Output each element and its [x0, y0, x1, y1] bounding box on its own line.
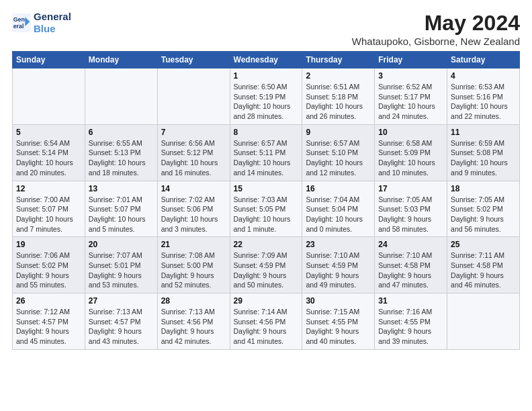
day-info: Sunrise: 7:04 AM Sunset: 5:04 PM Dayligh…: [306, 195, 371, 234]
logo: Gen- eral General Blue: [12, 11, 71, 35]
calendar-cell: 10Sunrise: 6:58 AM Sunset: 5:09 PM Dayli…: [375, 124, 447, 181]
calendar-cell: 21Sunrise: 7:08 AM Sunset: 5:00 PM Dayli…: [157, 237, 230, 293]
week-row-4: 19Sunrise: 7:06 AM Sunset: 5:02 PM Dayli…: [13, 237, 520, 293]
day-number: 2: [306, 71, 371, 81]
calendar-cell: 25Sunrise: 7:11 AM Sunset: 4:58 PM Dayli…: [447, 237, 520, 293]
day-info: Sunrise: 7:08 AM Sunset: 5:00 PM Dayligh…: [161, 250, 226, 290]
calendar-cell: 17Sunrise: 7:05 AM Sunset: 5:03 PM Dayli…: [375, 181, 447, 237]
calendar-table: SundayMondayTuesdayWednesdayThursdayFrid…: [12, 51, 520, 350]
svg-text:eral: eral: [13, 23, 24, 30]
day-info: Sunrise: 7:07 AM Sunset: 5:01 PM Dayligh…: [89, 250, 154, 290]
logo-line1: General: [34, 11, 71, 23]
day-header-wednesday: Wednesday: [230, 52, 302, 68]
calendar-cell: 15Sunrise: 7:03 AM Sunset: 5:05 PM Dayli…: [230, 181, 302, 237]
calendar-cell: 2Sunrise: 6:51 AM Sunset: 5:18 PM Daylig…: [302, 68, 375, 125]
calendar-cell: 4Sunrise: 6:53 AM Sunset: 5:16 PM Daylig…: [447, 68, 520, 125]
calendar-cell: 8Sunrise: 6:57 AM Sunset: 5:11 PM Daylig…: [230, 124, 302, 181]
day-info: Sunrise: 7:15 AM Sunset: 4:55 PM Dayligh…: [306, 307, 371, 347]
day-number: 16: [306, 184, 371, 193]
calendar-cell: 30Sunrise: 7:15 AM Sunset: 4:55 PM Dayli…: [302, 293, 375, 350]
header-row: SundayMondayTuesdayWednesdayThursdayFrid…: [13, 52, 520, 68]
day-info: Sunrise: 7:14 AM Sunset: 4:56 PM Dayligh…: [234, 307, 299, 347]
calendar-cell: 20Sunrise: 7:07 AM Sunset: 5:01 PM Dayli…: [85, 237, 157, 293]
calendar-cell: 1Sunrise: 6:50 AM Sunset: 5:19 PM Daylig…: [230, 68, 302, 125]
calendar-cell: 29Sunrise: 7:14 AM Sunset: 4:56 PM Dayli…: [230, 293, 302, 350]
week-row-2: 5Sunrise: 6:54 AM Sunset: 5:14 PM Daylig…: [13, 124, 520, 181]
calendar-cell: 14Sunrise: 7:02 AM Sunset: 5:06 PM Dayli…: [157, 181, 230, 237]
day-info: Sunrise: 7:13 AM Sunset: 4:56 PM Dayligh…: [161, 307, 226, 347]
day-info: Sunrise: 7:10 AM Sunset: 4:59 PM Dayligh…: [306, 250, 371, 290]
calendar-cell: 19Sunrise: 7:06 AM Sunset: 5:02 PM Dayli…: [13, 237, 85, 293]
day-info: Sunrise: 7:05 AM Sunset: 5:03 PM Dayligh…: [378, 195, 443, 234]
week-row-1: 1Sunrise: 6:50 AM Sunset: 5:19 PM Daylig…: [13, 68, 520, 125]
day-header-friday: Friday: [375, 52, 447, 68]
week-row-5: 26Sunrise: 7:12 AM Sunset: 4:57 PM Dayli…: [13, 293, 520, 350]
day-number: 21: [161, 240, 226, 249]
day-number: 23: [306, 240, 371, 249]
calendar-cell: 16Sunrise: 7:04 AM Sunset: 5:04 PM Dayli…: [302, 181, 375, 237]
day-info: Sunrise: 7:10 AM Sunset: 4:58 PM Dayligh…: [378, 250, 443, 290]
day-number: 20: [89, 240, 154, 249]
day-info: Sunrise: 6:50 AM Sunset: 5:19 PM Dayligh…: [234, 82, 299, 122]
logo-text: General Blue: [34, 11, 71, 35]
day-number: 13: [89, 184, 154, 193]
day-number: 25: [451, 240, 516, 249]
calendar-cell: 27Sunrise: 7:13 AM Sunset: 4:57 PM Dayli…: [85, 293, 157, 350]
day-info: Sunrise: 6:57 AM Sunset: 5:10 PM Dayligh…: [306, 138, 371, 178]
calendar-cell: 26Sunrise: 7:12 AM Sunset: 4:57 PM Dayli…: [13, 293, 85, 350]
day-number: 10: [378, 128, 443, 137]
day-number: 3: [378, 71, 443, 81]
day-number: 7: [161, 128, 226, 137]
main-title: May 2024: [352, 11, 520, 36]
day-number: 29: [234, 296, 299, 306]
day-number: 19: [16, 240, 81, 249]
day-number: 9: [306, 128, 371, 137]
day-info: Sunrise: 7:16 AM Sunset: 4:55 PM Dayligh…: [378, 307, 443, 347]
calendar-cell: 5Sunrise: 6:54 AM Sunset: 5:14 PM Daylig…: [13, 124, 85, 181]
day-header-thursday: Thursday: [302, 52, 375, 68]
day-info: Sunrise: 6:59 AM Sunset: 5:08 PM Dayligh…: [451, 138, 516, 178]
day-info: Sunrise: 6:51 AM Sunset: 5:18 PM Dayligh…: [306, 82, 371, 122]
day-info: Sunrise: 6:52 AM Sunset: 5:17 PM Dayligh…: [378, 82, 443, 122]
calendar-cell: 31Sunrise: 7:16 AM Sunset: 4:55 PM Dayli…: [375, 293, 447, 350]
day-info: Sunrise: 7:01 AM Sunset: 5:07 PM Dayligh…: [89, 195, 154, 234]
day-number: 28: [161, 296, 226, 306]
day-info: Sunrise: 6:56 AM Sunset: 5:12 PM Dayligh…: [161, 138, 226, 178]
day-number: 14: [161, 184, 226, 193]
day-header-tuesday: Tuesday: [157, 52, 230, 68]
day-number: 11: [451, 128, 516, 137]
day-info: Sunrise: 7:02 AM Sunset: 5:06 PM Dayligh…: [161, 195, 226, 234]
calendar-cell: [13, 68, 85, 125]
calendar-cell: 18Sunrise: 7:05 AM Sunset: 5:02 PM Dayli…: [447, 181, 520, 237]
svg-text:Gen-: Gen-: [13, 16, 27, 23]
day-number: 5: [16, 128, 81, 137]
logo-line2: Blue: [34, 23, 56, 34]
day-info: Sunrise: 7:05 AM Sunset: 5:02 PM Dayligh…: [451, 195, 516, 234]
day-number: 8: [234, 128, 299, 137]
calendar-cell: [85, 68, 157, 125]
day-number: 6: [89, 128, 154, 137]
calendar-cell: 6Sunrise: 6:55 AM Sunset: 5:13 PM Daylig…: [85, 124, 157, 181]
day-info: Sunrise: 7:06 AM Sunset: 5:02 PM Dayligh…: [16, 250, 81, 290]
calendar-cell: 13Sunrise: 7:01 AM Sunset: 5:07 PM Dayli…: [85, 181, 157, 237]
calendar-cell: 28Sunrise: 7:13 AM Sunset: 4:56 PM Dayli…: [157, 293, 230, 350]
day-number: 27: [89, 296, 154, 306]
day-number: 22: [234, 240, 299, 249]
header: Gen- eral General Blue May 2024 Whataupo…: [12, 11, 520, 47]
day-number: 26: [16, 296, 81, 306]
calendar-cell: 3Sunrise: 6:52 AM Sunset: 5:17 PM Daylig…: [375, 68, 447, 125]
day-number: 30: [306, 296, 371, 306]
day-info: Sunrise: 6:58 AM Sunset: 5:09 PM Dayligh…: [378, 138, 443, 178]
title-block: May 2024 Whataupoko, Gisborne, New Zeala…: [352, 11, 520, 47]
subtitle: Whataupoko, Gisborne, New Zealand: [352, 36, 520, 47]
day-number: 31: [378, 296, 443, 306]
calendar-cell: 7Sunrise: 6:56 AM Sunset: 5:12 PM Daylig…: [157, 124, 230, 181]
day-number: 12: [16, 184, 81, 193]
calendar-cell: 9Sunrise: 6:57 AM Sunset: 5:10 PM Daylig…: [302, 124, 375, 181]
calendar-cell: 22Sunrise: 7:09 AM Sunset: 4:59 PM Dayli…: [230, 237, 302, 293]
day-info: Sunrise: 7:11 AM Sunset: 4:58 PM Dayligh…: [451, 250, 516, 290]
page: Gen- eral General Blue May 2024 Whataupo…: [0, 0, 532, 361]
day-info: Sunrise: 6:55 AM Sunset: 5:13 PM Dayligh…: [89, 138, 154, 178]
logo-icon: Gen- eral: [12, 13, 31, 32]
calendar-cell: 23Sunrise: 7:10 AM Sunset: 4:59 PM Dayli…: [302, 237, 375, 293]
